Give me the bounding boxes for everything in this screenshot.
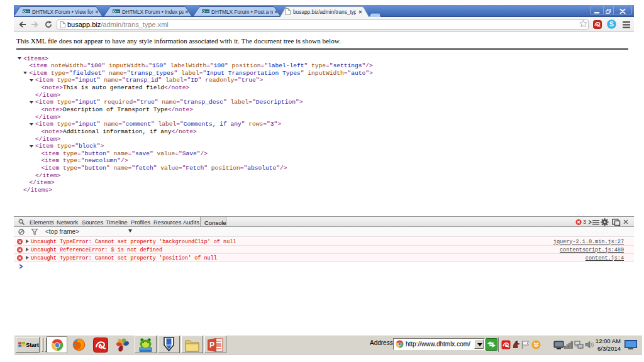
svg-text:S: S — [609, 21, 614, 28]
svg-text:P: P — [209, 341, 214, 349]
